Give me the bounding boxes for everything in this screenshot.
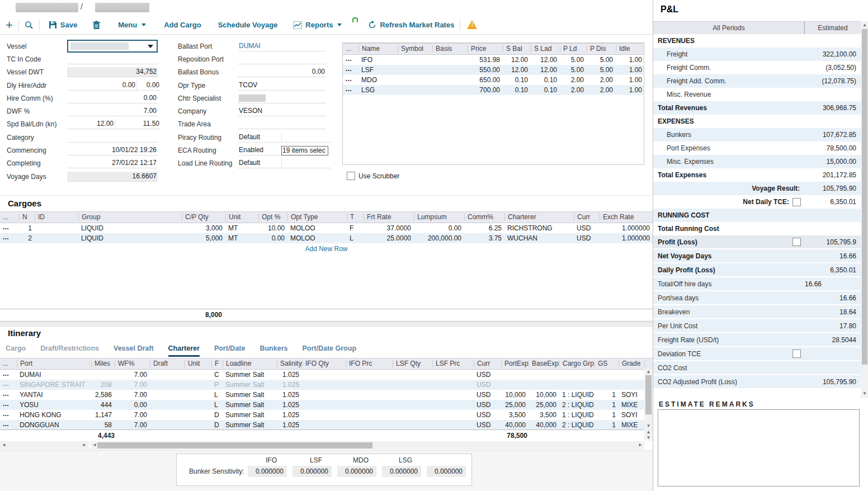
checkbox-icon[interactable]: [792, 198, 801, 206]
cell-loadline[interactable]: Summer Salt: [223, 381, 277, 389]
cell-f[interactable]: L: [211, 401, 223, 409]
checkbox-icon[interactable]: [792, 350, 801, 358]
tc-in-code-field[interactable]: [67, 54, 158, 64]
cell-cargo-grp[interactable]: 1 : LIQUID: [559, 391, 595, 399]
cell-curr[interactable]: USD: [474, 391, 501, 399]
cell-curr[interactable]: USD: [474, 401, 501, 409]
bunker-row[interactable]: •••IFO531.9812.0012.005.005.001.00: [343, 55, 644, 65]
chtr-specialist-field[interactable]: [238, 93, 326, 103]
cell-charterer[interactable]: RICHSTRONG: [504, 224, 574, 232]
cell-idle[interactable]: 1.00: [616, 86, 644, 94]
cell-baseexp[interactable]: 25,000: [529, 401, 559, 409]
cell-wf[interactable]: 7.00: [115, 411, 150, 419]
dwf-field[interactable]: 7.00: [67, 106, 158, 116]
cell-name[interactable]: IFO: [358, 56, 398, 64]
company-field[interactable]: VESON: [238, 106, 326, 116]
cell-c-p-qty[interactable]: 5,000: [182, 234, 225, 242]
cell-wf[interactable]: 0.00: [115, 401, 150, 409]
row-menu-icon[interactable]: •••: [0, 383, 17, 388]
cell-port[interactable]: HONG KONG: [17, 411, 91, 419]
cell-c-p-qty[interactable]: 3,000: [182, 224, 225, 232]
save-button[interactable]: Save: [49, 21, 77, 29]
estimate-remarks-input[interactable]: [658, 409, 860, 487]
cell-gs[interactable]: 1: [595, 421, 619, 429]
cell-gs[interactable]: 1: [595, 401, 619, 409]
bunker-row[interactable]: •••LSG700.000.100.102.002.001.00: [343, 85, 644, 95]
cell-portexp[interactable]: 25,000: [501, 401, 529, 409]
cell-loadline[interactable]: Summer Salt: [223, 401, 277, 409]
cell-s-lad[interactable]: 0.10: [531, 86, 560, 94]
pnl-period-header[interactable]: All Periods: [653, 24, 804, 32]
cell-exch-rate[interactable]: 1.000000: [600, 234, 653, 242]
bsens-value-1[interactable]: 0.000000: [248, 466, 287, 477]
row-menu-icon[interactable]: •••: [0, 372, 17, 377]
cell-curr[interactable]: USD: [574, 224, 600, 232]
reposition-port-field[interactable]: [238, 54, 326, 64]
cell-p-ld[interactable]: 5.00: [560, 66, 587, 74]
cell-name[interactable]: LSG: [358, 86, 398, 94]
ballast-bonus-field[interactable]: 0.00: [238, 67, 326, 77]
cell-comm[interactable]: 6.25: [464, 224, 504, 232]
reports-button[interactable]: Reports: [293, 21, 342, 29]
cell-wf[interactable]: 7.00: [115, 391, 150, 399]
cell-idle[interactable]: 1.00: [616, 76, 644, 84]
cell-exch-rate[interactable]: 1.000000: [600, 224, 653, 232]
pnl-estimated-header[interactable]: Estimated: [805, 24, 861, 32]
dly-hire-addr-field-1[interactable]: 0.00: [67, 81, 136, 91]
itinerary-hscrollbar-frozen[interactable]: ◄ ►: [0, 441, 89, 450]
cell-s-bal[interactable]: 12.00: [503, 56, 531, 64]
cell-p-ld[interactable]: 2.00: [560, 86, 587, 94]
cell-salinity[interactable]: 1.025: [277, 381, 302, 389]
cell-frt-rate[interactable]: 25.0000: [364, 234, 414, 242]
cell-t[interactable]: F: [347, 224, 364, 232]
cell-port[interactable]: YANTAI: [17, 391, 91, 399]
cell-s-bal[interactable]: 12.00: [503, 66, 531, 74]
tab-draft-restrictions[interactable]: Draft/Restrictions: [40, 344, 99, 357]
cell-loadline[interactable]: Summer Salt: [223, 421, 277, 429]
row-menu-icon[interactable]: •••: [343, 68, 358, 73]
cell-baseexp[interactable]: 3,500: [529, 411, 559, 419]
tab-cargo[interactable]: Cargo: [6, 344, 26, 357]
cell-s-lad[interactable]: 12.00: [531, 56, 560, 64]
commencing-field[interactable]: 10/01/22 19:26: [67, 145, 158, 155]
cell-price[interactable]: 700.00: [468, 86, 503, 94]
itinerary-row[interactable]: •••HONG KONG1,1477.00DSummer Salt1.025US…: [0, 410, 653, 420]
cargo-row[interactable]: •••2LIQUID5,000MT0.00MOLOOL25.0000200,00…: [0, 233, 653, 243]
cell-port[interactable]: SINGAPORE STRAIT: [17, 381, 91, 389]
cell-salinity[interactable]: 1.025: [277, 411, 302, 419]
cell-charterer[interactable]: WUCHAN: [504, 234, 574, 242]
cell-f[interactable]: C: [211, 371, 223, 379]
bsens-value-2[interactable]: 0.000000: [293, 466, 332, 477]
itinerary-row[interactable]: •••YOSU4440.00LSummer Salt1.025USD25,000…: [0, 400, 653, 410]
row-menu-icon[interactable]: •••: [0, 413, 17, 418]
cell-curr[interactable]: USD: [474, 381, 501, 389]
cell-n[interactable]: 2: [19, 234, 35, 242]
cell-port[interactable]: YOSU: [17, 401, 91, 409]
cell-opt[interactable]: 10.00: [258, 224, 287, 232]
tab-port-date-group[interactable]: Port/Date Group: [302, 344, 356, 357]
cell-portexp[interactable]: 40,000: [501, 421, 529, 429]
cell-miles[interactable]: 58: [91, 421, 115, 429]
cell-salinity[interactable]: 1.025: [277, 371, 302, 379]
cell-f[interactable]: L: [211, 391, 223, 399]
cell-cargo-grp[interactable]: 1 : LIQUID: [559, 411, 595, 419]
cargo-row[interactable]: •••1LIQUID3,000MT10.00MOLOOF37.00000.006…: [0, 223, 653, 233]
new-estimate-button[interactable]: +: [6, 20, 13, 31]
itinerary-row[interactable]: •••DONGGUAN587.00DSummer Salt1.025USD40,…: [0, 420, 653, 430]
cell-frt-rate[interactable]: 37.0000: [364, 224, 414, 232]
use-scrubber-checkbox[interactable]: Use Scrubber: [347, 172, 399, 180]
cell-portexp[interactable]: 10,000: [501, 391, 529, 399]
cell-p-dis[interactable]: 5.00: [587, 66, 616, 74]
bsens-value-4[interactable]: 0.000000: [382, 466, 421, 477]
itinerary-row[interactable]: •••YANTAI2,5867.00LSummer Salt1.025USD10…: [0, 390, 653, 400]
bsens-value-5[interactable]: 0.000000: [427, 466, 466, 477]
warning-icon[interactable]: !: [467, 20, 478, 30]
cell-s-bal[interactable]: 0.10: [503, 76, 531, 84]
cell-baseexp[interactable]: 40,000: [529, 421, 559, 429]
itinerary-hscrollbar[interactable]: ◄ ►: [91, 441, 644, 450]
cell-opt-type[interactable]: MOLOO: [287, 224, 347, 232]
itinerary-vertical-scrollbar[interactable]: ▲ ▼: [644, 369, 653, 429]
cell-portexp[interactable]: 3,500: [501, 411, 529, 419]
cell-price[interactable]: 650.00: [468, 76, 503, 84]
cell-f[interactable]: D: [211, 421, 223, 429]
